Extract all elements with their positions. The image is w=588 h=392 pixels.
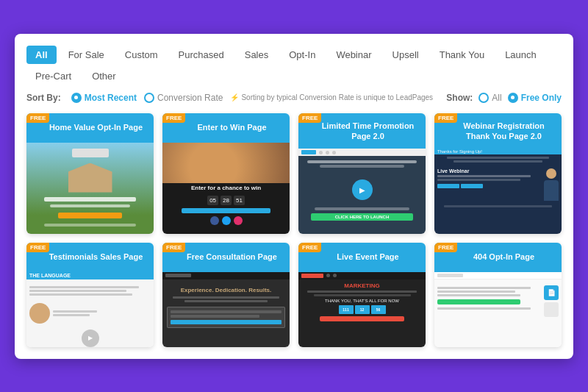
mock-person-body — [544, 180, 559, 201]
card-preview-404: 📄 — [434, 272, 562, 347]
show-free-only-label: Free Only — [521, 93, 562, 103]
card-title-live-event: Live Event Page — [304, 247, 420, 268]
card-enter-win[interactable]: FREE Enter to Win Page Enter for a chanc… — [162, 113, 290, 234]
card-limited-time[interactable]: FREE Limited Time Promotion Page 2.0 ▶ C — [298, 113, 426, 234]
sort-label: Sort By: — [26, 93, 61, 103]
mock-video-play: ▶ — [352, 179, 373, 200]
sort-section: Sort By: Most Recent Conversion Rate ⚡ S… — [26, 93, 446, 103]
tab-custom[interactable]: Custom — [116, 46, 167, 64]
free-badge-consultation: FREE — [162, 243, 185, 252]
sort-conversion-rate-label: Conversion Rate — [157, 93, 223, 103]
sort-most-recent-radio[interactable] — [71, 93, 82, 103]
mock-nav — [298, 149, 426, 156]
mock-social-icons — [162, 216, 290, 225]
card-header-testimonials: FREE Testimonials Sales Page — [26, 243, 154, 272]
tab-upsell[interactable]: Upsell — [384, 46, 428, 64]
sort-conversion-rate[interactable]: Conversion Rate — [144, 93, 223, 103]
card-header-consultation: FREE Free Consultation Page — [162, 243, 290, 272]
tab-opt-in[interactable]: Opt-In — [280, 46, 324, 64]
card-title-testimonials: Testimonials Sales Page — [32, 247, 148, 268]
card-testimonials[interactable]: FREE Testimonials Sales Page THE LANGUAG… — [26, 243, 154, 347]
mock-timer: 05 28 51 — [162, 196, 290, 205]
card-preview-limited-time: ▶ CLICK HERE TO LAUNCH — [298, 149, 426, 233]
card-header-limited-time: FREE Limited Time Promotion Page 2.0 — [298, 113, 426, 149]
sort-most-recent-label: Most Recent — [85, 93, 137, 103]
conversion-note: ⚡ Sorting by typical Conversion Rate is … — [230, 93, 433, 101]
card-header-enter-win: FREE Enter to Win Page — [162, 113, 290, 143]
sort-most-recent[interactable]: Most Recent — [71, 93, 137, 103]
tab-all[interactable]: All — [26, 46, 57, 64]
mock-logo — [72, 149, 109, 157]
mock-sushi — [162, 143, 290, 183]
show-free-only-radio[interactable] — [508, 93, 518, 103]
mock-nav-live — [298, 272, 426, 279]
card-home-value[interactable]: FREE Home Value Opt-In Page — [26, 113, 154, 234]
card-title-home-value: Home Value Opt-In Page — [32, 118, 148, 138]
card-header-webinar: FREE Webinar Registration Thank You Page… — [434, 113, 562, 149]
mock-headline — [44, 197, 137, 202]
show-all-label: All — [492, 93, 501, 103]
tab-webinar[interactable]: Webinar — [327, 46, 380, 64]
card-preview-home-value — [26, 143, 154, 234]
card-live-event[interactable]: FREE Live Event Page MARKETING THANK YOU… — [298, 243, 426, 347]
tab-bar: AllFor SaleCustomPurchasedSalesOpt-InWeb… — [26, 46, 562, 85]
card-header-live-event: FREE Live Event Page — [298, 243, 426, 272]
controls-bar: Sort By: Most Recent Conversion Rate ⚡ S… — [26, 93, 562, 103]
show-section: Show: All Free Only — [446, 93, 562, 103]
tab-for-sale[interactable]: For Sale — [60, 46, 113, 64]
sort-conversion-rate-radio[interactable] — [144, 93, 154, 103]
card-webinar[interactable]: FREE Webinar Registration Thank You Page… — [434, 113, 562, 234]
free-badge-live-event: FREE — [298, 243, 321, 252]
free-badge-testimonials: FREE — [26, 243, 49, 252]
free-badge-404: FREE — [434, 243, 457, 252]
free-badge-home-value: FREE — [26, 113, 49, 123]
conversion-note-text: Sorting by typical Conversion Rate is un… — [241, 93, 433, 101]
mock-person-head — [546, 168, 556, 179]
card-title-consultation: Free Consultation Page — [168, 247, 284, 268]
tab-sales[interactable]: Sales — [236, 46, 278, 64]
free-badge-webinar: FREE — [434, 113, 457, 123]
card-preview-consultation: Experience. Dedication. Results. — [162, 272, 290, 347]
card-preview-enter-win: Enter for a chance to win 05 28 51 — [162, 143, 290, 234]
show-free-only[interactable]: Free Only — [508, 93, 562, 103]
card-title-enter-win: Enter to Win Page — [168, 118, 284, 138]
show-all-radio[interactable] — [478, 93, 489, 103]
card-header-404: FREE 404 Opt-In Page — [434, 243, 562, 272]
free-badge-enter-win: FREE — [162, 113, 185, 123]
card-header-home-value: FREE Home Value Opt-In Page — [26, 113, 154, 143]
free-badge-limited-time: FREE — [298, 113, 321, 123]
tab-pre-cart[interactable]: Pre-Cart — [26, 67, 80, 85]
cards-grid: FREE Home Value Opt-In Page FREE Enter t… — [26, 113, 562, 347]
show-all[interactable]: All — [478, 93, 501, 103]
card-consultation[interactable]: FREE Free Consultation Page Experience. … — [162, 243, 290, 347]
card-preview-webinar: Thanks for Signing Up! Live Webinar — [434, 149, 562, 233]
card-preview-live-event: MARKETING THANK YOU, THAT'S ALL FOR NOW … — [298, 272, 426, 347]
card-title-limited-time: Limited Time Promotion Page 2.0 — [304, 118, 420, 145]
card-title-404: 404 Opt-In Page — [440, 247, 556, 268]
main-container: AllFor SaleCustomPurchasedSalesOpt-InWeb… — [15, 34, 573, 359]
tab-launch[interactable]: Launch — [496, 46, 545, 64]
tab-purchased[interactable]: Purchased — [170, 46, 233, 64]
tab-thank-you[interactable]: Thank You — [431, 46, 493, 64]
card-preview-testimonials: THE LANGUAGE ▶ — [26, 272, 154, 347]
show-label: Show: — [446, 93, 473, 103]
card-404[interactable]: FREE 404 Opt-In Page — [434, 243, 562, 347]
card-title-webinar: Webinar Registration Thank You Page 2.0 — [440, 118, 556, 145]
tab-other[interactable]: Other — [83, 67, 125, 85]
